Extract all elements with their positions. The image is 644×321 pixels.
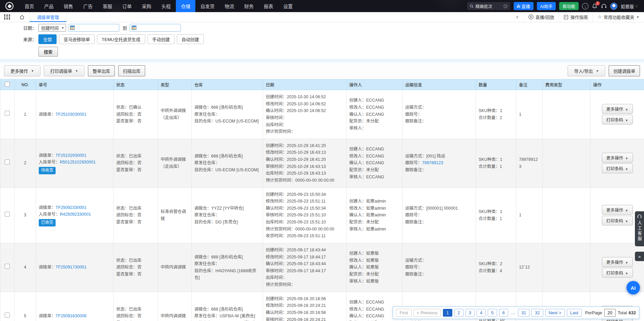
page-button-1[interactable]: 1: [443, 309, 452, 317]
toolbar-left-button-3[interactable]: 扫描出库: [118, 65, 145, 76]
source-option-2[interactable]: TEMU全托退货生成: [97, 34, 145, 44]
toolbar-left-button-2[interactable]: 整单出库: [88, 65, 115, 76]
row-print-barcode-button[interactable]: 打印条码▼: [602, 216, 633, 225]
nav-item-1[interactable]: 产品: [39, 0, 59, 12]
order-number-link[interactable]: TF25091630006: [56, 314, 87, 318]
user-menu[interactable]: 如意版 ∨: [621, 3, 638, 9]
nav-item-4[interactable]: 客服: [98, 0, 117, 12]
order-number-link[interactable]: R50125102930001: [60, 160, 96, 165]
row-more-actions-button[interactable]: 更多操作▼: [602, 153, 633, 163]
order-number-link[interactable]: TF25102930001: [56, 153, 87, 158]
warehouse-cell: 调拨仓：YYZZ [YY中转仓]原发往仓库：目的仓库：DG [东莞仓]: [192, 187, 263, 243]
row-print-barcode-button[interactable]: 打印条码▼: [602, 268, 633, 278]
row-checkbox[interactable]: [5, 264, 10, 269]
toolbar-right-button-0[interactable]: 导入/导出▼: [568, 65, 605, 76]
new-feature-button[interactable]: 新功能: [559, 2, 579, 10]
nav-item-11[interactable]: 财务: [239, 0, 259, 12]
global-search-input[interactable]: 精确批次 ✕: [467, 2, 510, 10]
order-number-link[interactable]: TF25103030001: [56, 112, 87, 117]
column-header-1: 单号: [36, 79, 114, 90]
operators-cell-line: 确认人：ECCANG: [349, 111, 399, 118]
order-number-link[interactable]: TF25091730001: [56, 265, 87, 270]
row-checkbox-cell: [0, 292, 14, 321]
home-button[interactable]: [15, 12, 30, 22]
nav-item-3[interactable]: 广告: [78, 0, 98, 12]
column-header-9: 备注: [516, 79, 543, 90]
row-print-barcode-button[interactable]: 打印条码▼: [602, 115, 633, 124]
source-option-1[interactable]: 亚马逊移除单: [59, 34, 95, 44]
row-checkbox[interactable]: [5, 313, 10, 318]
status-cell-line: 状态：已出库: [116, 153, 155, 160]
operators-cell-line: 审核人：如意版: [349, 278, 399, 285]
row-print-barcode-button[interactable]: 打印条码▼: [602, 164, 633, 173]
row-checkbox[interactable]: [5, 212, 10, 217]
nav-item-8[interactable]: 仓储: [176, 0, 195, 12]
tracking-number-link[interactable]: 789789123: [422, 160, 443, 165]
avatar[interactable]: [610, 3, 617, 10]
page-button-6[interactable]: 6: [499, 309, 508, 317]
sidebar-expand-button[interactable]: »: [635, 252, 644, 261]
row-more-actions-button[interactable]: 更多操作▼: [602, 205, 633, 215]
customer-service-panel[interactable]: 人工客服: [635, 211, 644, 246]
toolbar-left-button-0[interactable]: 更多操作▼: [4, 65, 40, 76]
headset-icon[interactable]: [601, 3, 607, 9]
notifications-button[interactable]: 1: [592, 3, 598, 9]
row-checkbox[interactable]: [5, 159, 10, 165]
live-replay-button[interactable]: 直播/回放: [523, 12, 559, 22]
nav-item-5[interactable]: 订单: [117, 0, 137, 12]
nav-item-0[interactable]: 首页: [20, 0, 39, 12]
apps-grid-button[interactable]: [0, 12, 15, 22]
tab-transfer-order-management[interactable]: 调拨单管理: [30, 12, 67, 22]
nav-item-10[interactable]: 物流: [220, 0, 239, 12]
date-to-input[interactable]: [130, 24, 181, 32]
page-button-Last[interactable]: Last: [567, 309, 582, 317]
page-button-4[interactable]: 4: [477, 309, 486, 317]
date-type-select[interactable]: 创建时间▼: [38, 24, 66, 32]
source-option-4[interactable]: 自动创建: [177, 34, 204, 44]
live-button[interactable]: 直播: [514, 2, 534, 10]
download-icon[interactable]: ↓: [582, 3, 588, 9]
nav-item-6[interactable]: 采购: [137, 0, 156, 12]
page-button-5[interactable]: 5: [488, 309, 497, 317]
search-button[interactable]: 搜索: [38, 47, 58, 57]
ai-floating-button[interactable]: AI: [626, 281, 640, 294]
nav-item-9[interactable]: 自发货: [195, 0, 220, 12]
operators-cell-line: 修改人：ECCANG: [349, 153, 399, 160]
tabs-collapse-button[interactable]: ∨: [511, 12, 523, 22]
dates-cell-line: 预计到货时间：0000-00-00 00:00:00: [266, 226, 344, 233]
date-from-input[interactable]: [68, 24, 119, 32]
page-button-2[interactable]: 2: [454, 309, 463, 317]
transport-line: 跟踪号：: [405, 111, 473, 118]
per-page-input[interactable]: [604, 309, 616, 317]
status-cell-line: 是否复审：否: [116, 118, 155, 125]
status-cell-line: 退回标志：否: [116, 159, 155, 167]
search-clear-icon[interactable]: ✕: [503, 4, 508, 8]
page-button-Next[interactable]: Next >: [545, 309, 565, 317]
column-header-8: 数量: [476, 79, 516, 90]
page-button-31[interactable]: 31: [518, 309, 529, 317]
row-more-actions-button[interactable]: 更多操作▼: [602, 257, 633, 267]
operation-guide-button[interactable]: 操作指南: [559, 12, 592, 22]
source-option-3[interactable]: 手动创建: [148, 34, 174, 44]
warehouse-cell-line: 原发往仓库：: [194, 159, 260, 167]
dates-cell: 创建时间：2025-09-23 15:50:34修改时间：2025-09-23 …: [263, 187, 347, 243]
warehouse-cell-line: 调拨仓：668 [洛杉矶仓库]: [194, 306, 260, 313]
order-number-link[interactable]: TF25092330001: [56, 205, 87, 210]
order-number-link[interactable]: R425092330001: [60, 212, 91, 217]
dates-cell: 创建时间：2025-10-30 14:06:52修改时间：2025-10-30 …: [263, 90, 347, 139]
row-checkbox[interactable]: [5, 111, 10, 116]
select-all-checkbox[interactable]: [5, 82, 10, 87]
nav-item-13[interactable]: 设置: [278, 0, 298, 12]
page-button-32[interactable]: 32: [532, 309, 543, 317]
toolbar-right-button-1[interactable]: 创建调拨单: [609, 65, 640, 76]
favorites-button[interactable]: ☆ 常用功能收藏夹 ▼: [592, 12, 644, 22]
ai-assistant-button[interactable]: AI助手: [537, 2, 556, 10]
toolbar-left-button-1[interactable]: 打印调拨单▼: [44, 65, 85, 76]
row-number: 4: [14, 243, 36, 292]
nav-item-2[interactable]: 销售: [59, 0, 78, 12]
row-more-actions-button[interactable]: 更多操作▼: [602, 104, 633, 114]
nav-item-12[interactable]: 报表: [259, 0, 278, 12]
nav-item-7[interactable]: 头程: [156, 0, 176, 12]
page-button-3[interactable]: 3: [465, 309, 475, 317]
source-option-0[interactable]: 全部: [38, 34, 57, 44]
